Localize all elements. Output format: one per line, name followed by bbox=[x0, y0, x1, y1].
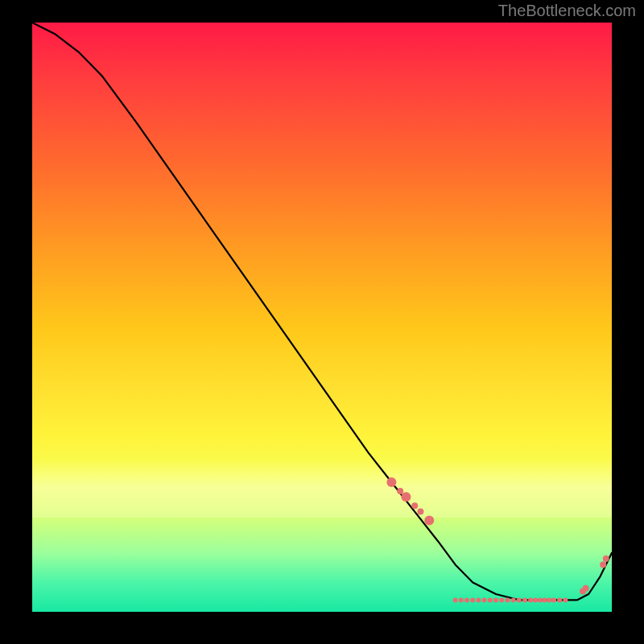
data-point bbox=[476, 597, 481, 602]
data-point bbox=[563, 597, 568, 602]
data-point bbox=[470, 597, 475, 602]
bottleneck-curve bbox=[32, 23, 612, 600]
data-point bbox=[538, 597, 543, 602]
data-point bbox=[401, 492, 411, 502]
data-point bbox=[397, 488, 403, 494]
data-point bbox=[459, 597, 464, 602]
data-point bbox=[528, 597, 533, 602]
data-point bbox=[583, 585, 589, 592]
chart-svg bbox=[32, 23, 612, 612]
data-point bbox=[453, 597, 458, 602]
data-point bbox=[493, 597, 498, 602]
data-point bbox=[424, 516, 434, 526]
data-point bbox=[386, 477, 396, 487]
data-point bbox=[522, 597, 527, 602]
data-point bbox=[511, 597, 516, 602]
data-point bbox=[417, 509, 423, 515]
data-point bbox=[543, 597, 547, 602]
data-point bbox=[600, 561, 606, 568]
data-point bbox=[533, 597, 538, 602]
data-point bbox=[464, 597, 469, 602]
chart-frame: TheBottleneck.com bbox=[0, 0, 644, 644]
data-point bbox=[547, 597, 551, 602]
data-point bbox=[482, 597, 487, 602]
data-point bbox=[603, 555, 609, 562]
data-point bbox=[557, 597, 562, 602]
data-point bbox=[517, 597, 522, 602]
watermark-text: TheBottleneck.com bbox=[498, 2, 636, 20]
data-point bbox=[499, 597, 504, 602]
data-point bbox=[505, 597, 510, 602]
plot-area bbox=[32, 23, 612, 612]
data-point bbox=[488, 597, 493, 602]
data-point bbox=[411, 502, 418, 509]
data-point bbox=[551, 597, 556, 602]
